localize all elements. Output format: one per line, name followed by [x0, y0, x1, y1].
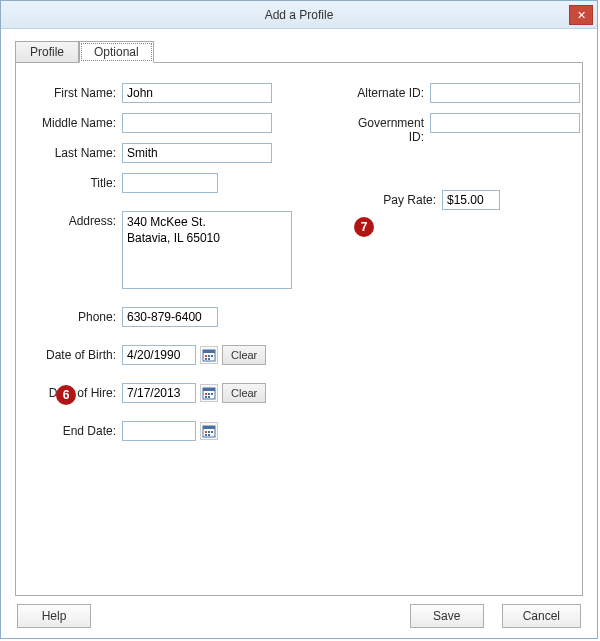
- svg-rect-20: [208, 434, 210, 436]
- government-id-field[interactable]: [430, 113, 580, 133]
- svg-rect-10: [208, 393, 210, 395]
- dob-field[interactable]: [122, 345, 196, 365]
- label-doh: Date of Hire:: [34, 383, 122, 400]
- cancel-button[interactable]: Cancel: [502, 604, 581, 628]
- close-button[interactable]: ✕: [569, 5, 593, 25]
- phone-field[interactable]: [122, 307, 218, 327]
- doh-field[interactable]: [122, 383, 196, 403]
- row-title: Title:: [34, 173, 292, 193]
- tab-panel-optional: 6 7 First Name: Middle Name: Last Name:: [15, 62, 583, 596]
- form-area: First Name: Middle Name: Last Name: Titl…: [34, 83, 564, 451]
- titlebar: Add a Profile ✕: [1, 1, 597, 29]
- window: Add a Profile ✕ Profile Optional 6 7 Fir…: [0, 0, 598, 639]
- save-button[interactable]: Save: [410, 604, 484, 628]
- title-field[interactable]: [122, 173, 218, 193]
- svg-rect-1: [203, 350, 215, 353]
- calendar-icon[interactable]: [200, 346, 218, 364]
- row-end-date: End Date:: [34, 421, 292, 441]
- address-field[interactable]: [122, 211, 292, 289]
- doh-controls: Clear: [122, 383, 266, 403]
- label-last-name: Last Name:: [34, 143, 122, 160]
- row-gov-id: Government ID:: [342, 113, 580, 144]
- label-middle-name: Middle Name:: [34, 113, 122, 130]
- svg-rect-9: [205, 393, 207, 395]
- svg-rect-19: [205, 434, 207, 436]
- label-pay-rate: Pay Rate:: [382, 190, 442, 207]
- label-dob: Date of Birth:: [34, 345, 122, 362]
- pay-rate-field[interactable]: [442, 190, 500, 210]
- button-bar: Help Save Cancel: [15, 604, 583, 628]
- svg-rect-2: [205, 355, 207, 357]
- window-title: Add a Profile: [265, 8, 334, 22]
- tab-optional[interactable]: Optional: [79, 41, 154, 63]
- content-area: Profile Optional 6 7 First Name: Middle …: [1, 29, 597, 638]
- row-phone: Phone:: [34, 307, 292, 327]
- svg-rect-4: [211, 355, 213, 357]
- label-end-date: End Date:: [34, 421, 122, 438]
- row-alt-id: Alternate ID:: [342, 83, 580, 103]
- dob-controls: Clear: [122, 345, 266, 365]
- alternate-id-field[interactable]: [430, 83, 580, 103]
- label-gov-id: Government ID:: [342, 113, 430, 144]
- svg-rect-15: [203, 426, 215, 429]
- label-first-name: First Name:: [34, 83, 122, 100]
- label-phone: Phone:: [34, 307, 122, 324]
- help-button[interactable]: Help: [17, 604, 91, 628]
- svg-rect-17: [208, 431, 210, 433]
- svg-rect-16: [205, 431, 207, 433]
- row-address: Address:: [34, 211, 292, 289]
- last-name-field[interactable]: [122, 143, 272, 163]
- svg-rect-8: [203, 388, 215, 391]
- label-address: Address:: [34, 211, 122, 228]
- label-alt-id: Alternate ID:: [342, 83, 430, 100]
- row-first-name: First Name:: [34, 83, 292, 103]
- annotation-badge-6: 6: [56, 385, 76, 405]
- label-title: Title:: [34, 173, 122, 190]
- svg-rect-5: [205, 358, 207, 360]
- end-date-controls: [122, 421, 218, 441]
- svg-rect-3: [208, 355, 210, 357]
- svg-rect-18: [211, 431, 213, 433]
- middle-name-field[interactable]: [122, 113, 272, 133]
- row-middle-name: Middle Name:: [34, 113, 292, 133]
- row-pay-rate: Pay Rate:: [382, 190, 580, 210]
- dob-clear-button[interactable]: Clear: [222, 345, 266, 365]
- right-button-group: Save Cancel: [410, 604, 581, 628]
- svg-rect-11: [211, 393, 213, 395]
- svg-rect-13: [208, 396, 210, 398]
- doh-clear-button[interactable]: Clear: [222, 383, 266, 403]
- calendar-icon[interactable]: [200, 422, 218, 440]
- svg-rect-6: [208, 358, 210, 360]
- close-icon: ✕: [577, 9, 586, 22]
- first-name-field[interactable]: [122, 83, 272, 103]
- calendar-icon[interactable]: [200, 384, 218, 402]
- end-date-field[interactable]: [122, 421, 196, 441]
- tabstrip: Profile Optional: [15, 41, 583, 63]
- row-dob: Date of Birth: Clear: [34, 345, 292, 365]
- tab-profile[interactable]: Profile: [15, 41, 79, 63]
- row-last-name: Last Name:: [34, 143, 292, 163]
- annotation-badge-7: 7: [354, 217, 374, 237]
- right-column: Alternate ID: Government ID: Pay Rate:: [342, 83, 580, 451]
- svg-rect-12: [205, 396, 207, 398]
